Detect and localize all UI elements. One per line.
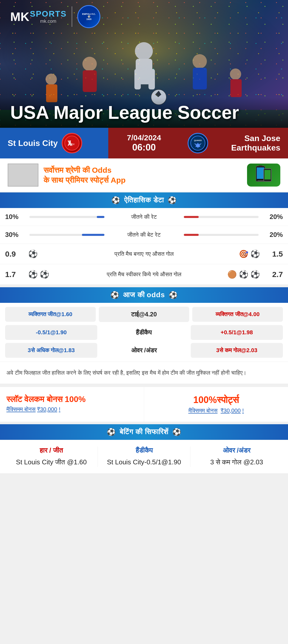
svg-point-7 — [193, 54, 207, 68]
goal-right-conceded: 2.7 — [262, 270, 283, 279]
ball-icon-left: ⚽ — [111, 196, 120, 204]
rec-col-win-loss: हार / जीत St Louis City जीत @1.60 — [5, 446, 98, 467]
odds-row-3: 3से अधिक गोल@1.83 ओवर /अंडर 3से कम गोल@2… — [5, 343, 283, 358]
goal-left-scored: 0.9 — [5, 250, 26, 258]
ball-icon-conceded-right-1: 🔴 — [227, 270, 237, 279]
svg-rect-4 — [148, 69, 155, 89]
match-bar: St Louis City CITY 7/04/2024 06:00 QUAKE… — [0, 128, 288, 158]
ball-icon-conceded-right-2: ⚽ — [239, 270, 248, 279]
odds-handicap-away[interactable]: +0.5/1@1.98 — [191, 325, 283, 340]
stat-right-bet-rate: 20% — [262, 231, 283, 239]
odds-under[interactable]: 3से कम गोल@2.03 — [191, 343, 283, 358]
stat-row-bet-rate: 30% जीतने की बेट रेट 20% — [0, 226, 288, 244]
sports-text: SPORTS — [30, 9, 67, 19]
home-team-name: St Louis City — [8, 139, 58, 148]
match-date: 7/04/2024 — [127, 133, 161, 142]
hero-banner: MK SPORTS mk.com EMPOLI F.C. ⚽ 1920 USA … — [0, 0, 288, 128]
match-center: 7/04/2024 06:00 — [108, 128, 180, 158]
away-team-name: San Jose Earthquakes — [212, 134, 281, 153]
bonus-right-amount: ₹30,000 — [221, 407, 241, 414]
rec-label-win-loss: हार / जीत — [8, 446, 95, 454]
stat-bar-bet-rate-right — [184, 234, 259, 236]
mk-text: MK — [10, 10, 29, 24]
rec-label-ou: ओवर /अंडर — [193, 446, 280, 454]
promo-banner: सर्वोत्तम श्रेणी की Odds के साथ प्रीमियर… — [0, 158, 288, 192]
ball-icon-conceded-left-2: ⚽ — [40, 270, 49, 279]
ball-icon-odds-right: ⚽ — [169, 291, 178, 299]
svg-rect-3 — [134, 69, 141, 89]
stat-bar-win-rate-left-fill — [97, 216, 104, 218]
mk-logo: MK SPORTS mk.com — [10, 9, 67, 24]
bonus-right-percent: 100%स्पोर्ट्स — [151, 395, 282, 405]
promo-image-placeholder — [8, 164, 38, 187]
stat-bar-bet-rate-right-fill — [184, 234, 199, 236]
logo-area: MK SPORTS mk.com EMPOLI F.C. ⚽ 1920 — [10, 5, 100, 28]
historical-section: ⚽ ऐतिहासिक डेटा ⚽ 10% जीतने की रेट 20% 3… — [0, 192, 288, 285]
promo-phone-graphic — [247, 164, 280, 187]
stat-bar-bet-rate-left — [29, 234, 104, 236]
odds-header: ⚽ आज की odds ⚽ — [0, 287, 288, 303]
bonus-section: स्लॉट वेलकम बोनस 100% मैक्सिमम बोनस ₹30,… — [0, 386, 288, 422]
stat-bar-win-rate-left — [29, 216, 104, 218]
goal-label-scored: प्रति मैच बनाए गए औसत गोल — [95, 251, 193, 257]
away-team-logo: QUAKES — [188, 133, 208, 153]
odds-home-win[interactable]: व्यक्तिगत जीत@1.60 — [5, 307, 96, 322]
historical-title: ऐतिहासिक डेटा — [124, 196, 164, 204]
bonus-right-subtitle: मैक्सिमम बोनस ₹30,000 ! — [151, 407, 282, 414]
svg-point-13 — [230, 68, 241, 80]
ball-icon-conceded-right-3: ⚽ — [250, 270, 260, 279]
goal-right-scored: 1.5 — [262, 250, 283, 258]
stat-row-win-rate: 10% जीतने की रेट 20% — [0, 208, 288, 226]
odds-handicap-home[interactable]: -0.5/1@1.90 — [5, 325, 97, 340]
goal-label-conceded: प्रति मैच स्वीकार किये गये औसत गोल — [95, 271, 193, 278]
odds-title: आज की odds — [123, 291, 165, 299]
recommendations-section: ⚽ बेटिंग की सिफारिशें ⚽ हार / जीत St Lou… — [0, 424, 288, 473]
ball-icon-right: ⚽ — [168, 196, 177, 204]
odds-away-win[interactable]: व्यक्तिगत जीत@4.00 — [192, 307, 283, 322]
rec-value-ou: 3 से कम गोल @2.03 — [193, 457, 280, 467]
match-description: अवे टीम फिलहाल जीत हासिल करने के लिए संघ… — [0, 362, 288, 384]
hero-title-area: USA Major League Soccer — [0, 97, 288, 128]
stat-bar-bet-rate-left-fill — [82, 234, 104, 236]
svg-rect-8 — [193, 68, 207, 89]
logo-divider — [72, 6, 72, 27]
ball-icon-scored-right-1: 🎯 — [239, 249, 248, 258]
odds-ou-label: ओवर /अंडर — [100, 347, 187, 354]
empoli-text: EMPOLI F.C. ⚽ 1920 — [82, 13, 96, 20]
svg-text:QUAKES: QUAKES — [194, 140, 202, 142]
svg-rect-25 — [257, 167, 264, 179]
rec-value-handicap: St Louis City-0.5/1@1.90 — [100, 457, 188, 467]
stat-left-bet-rate: 30% — [5, 231, 26, 239]
stat-right-win-rate: 20% — [262, 213, 283, 221]
odds-row-2: -0.5/1@1.90 हैंडीकैप +0.5/1@1.98 — [5, 325, 283, 340]
rec-value-win-loss: St Louis City जीत @1.60 — [8, 457, 95, 467]
bonus-left-subtitle: मैक्सिमम बोनस ₹30,000 ! — [6, 406, 137, 413]
svg-rect-29 — [264, 170, 271, 179]
goal-icons-scored-left: ⚽ — [26, 249, 95, 258]
odds-over[interactable]: 3से अधिक गोल@1.83 — [5, 343, 97, 358]
goal-row-scored: 0.9 ⚽ प्रति मैच बनाए गए औसत गोल 🎯 ⚽ 1.5 — [0, 244, 288, 264]
odds-section: ⚽ आज की odds ⚽ व्यक्तिगत जीत@1.60 टाई@4.… — [0, 287, 288, 384]
stat-left-win-rate: 10% — [5, 213, 26, 221]
odds-tie[interactable]: टाई@4.20 — [99, 307, 189, 322]
bonus-right: 100%स्पोर्ट्स मैक्सिमम बोनस ₹30,000 ! — [144, 387, 288, 422]
goal-icons-conceded-right: 🔴 ⚽ ⚽ — [193, 270, 263, 279]
recommendations-title: बेटिंग की सिफारिशें — [120, 428, 169, 436]
bonus-left-title: स्लॉट वेलकम बोनस 100% — [6, 395, 137, 404]
recommendations-grid: हार / जीत St Louis City जीत @1.60 हैंडीक… — [0, 440, 288, 473]
recommendations-header: ⚽ बेटिंग की सिफारिशें ⚽ — [0, 424, 288, 440]
odds-handicap-label: हैंडीकैप — [100, 329, 187, 336]
empoli-logo: EMPOLI F.C. ⚽ 1920 — [77, 5, 100, 28]
stat-label-win-rate: जीतने की रेट — [108, 214, 180, 220]
goal-left-conceded: 1.7 — [5, 270, 26, 279]
bonus-left: स्लॉट वेलकम बोनस 100% मैक्सिमम बोनस ₹30,… — [0, 387, 144, 422]
hero-title: USA Major League Soccer — [10, 102, 278, 123]
goal-row-conceded: 1.7 ⚽ ⚽ प्रति मैच स्वीकार किये गये औसत ग… — [0, 264, 288, 285]
svg-point-5 — [82, 57, 97, 71]
goal-icons-scored-right: 🎯 ⚽ — [193, 249, 263, 258]
ball-icon-rec-left: ⚽ — [107, 428, 116, 436]
stat-bar-win-rate-right — [184, 216, 259, 218]
team-home: St Louis City CITY — [0, 128, 108, 158]
home-team-logo: CITY — [62, 133, 82, 153]
svg-rect-27 — [257, 180, 264, 181]
